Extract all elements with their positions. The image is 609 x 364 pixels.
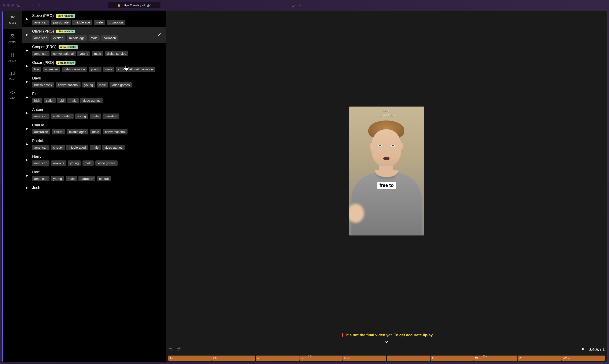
voice-tag: excited	[51, 35, 66, 40]
ultra-realistic-badge: ultra realistic	[56, 14, 75, 18]
voice-tag: video games	[95, 160, 118, 166]
voice-item[interactable]: Harryamericananxiousyoungmalevideo games	[22, 152, 166, 168]
nav-label: Music	[9, 78, 16, 81]
play-icon[interactable]	[25, 127, 29, 131]
check-icon	[157, 32, 161, 38]
voice-tag: middle aged	[66, 145, 88, 150]
address-bar[interactable]: 🔒 https://creatify.ai/ 🔗	[108, 2, 160, 8]
voice-tag: video games	[102, 145, 125, 150]
voice-tag: male	[89, 35, 100, 40]
voice-tag: casual	[52, 129, 65, 134]
voice-item[interactable]: Antoniamericanwell-roundedyoungmalenarra…	[22, 105, 166, 121]
voice-tag: male	[90, 145, 101, 150]
maximize-window-icon[interactable]	[12, 4, 14, 7]
voice-tag: middle age	[72, 20, 92, 25]
app-root: ScriptAvatarAssetsMusicCTA Steve (PRO)ul…	[2, 11, 304, 182]
voice-tag: young	[68, 160, 81, 166]
voice-tag: young	[51, 176, 64, 181]
voice-item[interactable]: Finirishsailoroldmalevideo games	[22, 90, 166, 105]
play-icon[interactable]	[25, 174, 29, 178]
voice-tag: male	[90, 114, 101, 119]
voice-tags: americanconversationalyoungmaledigital s…	[32, 51, 163, 56]
voice-tags: irishsailoroldmalevideo games	[32, 98, 163, 103]
browser-toolbar: 🔒 https://creatify.ai/ 🔗	[0, 0, 304, 11]
voice-item[interactable]: Steve (PRO)ultra realisticamericanpassio…	[22, 12, 166, 27]
ultra-realistic-badge: ultra realistic	[56, 30, 75, 33]
play-icon[interactable]	[25, 17, 29, 21]
voice-tag: american	[32, 114, 50, 119]
voice-tag: well-rounded	[51, 114, 74, 119]
voice-name: Oscar (PRO)	[32, 60, 54, 65]
voice-tag: old	[57, 98, 66, 103]
voice-tag: american	[32, 176, 50, 181]
left-nav: ScriptAvatarAssetsMusicCTA	[2, 11, 22, 182]
voice-tag: male	[90, 129, 101, 134]
url-text: https://creatify.ai/	[123, 4, 145, 7]
voice-tag: australian	[32, 129, 50, 134]
voice-tags: americanpassionatemiddle agemalepromotio…	[32, 20, 163, 25]
share-icon[interactable]: 🔗	[147, 4, 151, 7]
close-window-icon[interactable]	[3, 4, 5, 7]
play-icon[interactable]	[25, 64, 29, 68]
voice-tag: conversational	[51, 51, 76, 56]
play-icon[interactable]	[25, 95, 29, 100]
voice-name: Patrick	[32, 139, 44, 143]
voice-name: Cooper (PRO)	[32, 45, 56, 49]
lock-icon: 🔒	[117, 4, 120, 7]
play-icon[interactable]	[25, 142, 29, 146]
svg-rect-0	[17, 4, 20, 7]
voice-tag: promotion	[106, 20, 125, 25]
voice-tag: young	[82, 82, 95, 88]
voice-tag: narration	[103, 114, 119, 119]
voice-tag: conversational	[103, 129, 128, 134]
nav-assets[interactable]: Assets	[3, 48, 22, 66]
voice-tag: male	[82, 160, 94, 166]
play-icon[interactable]	[25, 48, 29, 53]
voice-list-scroll[interactable]: Steve (PRO)ultra realisticamericanpassio…	[22, 11, 166, 182]
voice-tag: digital service	[105, 51, 128, 56]
new-tab-button[interactable]	[298, 3, 302, 7]
voice-tag: video games	[109, 82, 132, 88]
voice-tag: male	[67, 98, 79, 103]
ultra-realistic-badge: ultra realistic	[59, 45, 78, 49]
voice-tag: neutral	[97, 176, 111, 181]
reload-button[interactable]	[37, 3, 41, 7]
voice-item[interactable]: Oliver (PRO)ultra realisticamericanexcit…	[22, 27, 166, 43]
sidebar-toggle-icon[interactable]	[16, 3, 21, 7]
svg-point-7	[11, 74, 12, 75]
voice-name: Dave	[32, 76, 41, 80]
voice-tags: americanexcitedmiddle agemalenarration	[32, 35, 154, 40]
voice-item[interactable]: Liamamericanyoungmalenarrationneutral	[22, 168, 166, 182]
play-icon[interactable]	[25, 80, 29, 84]
nav-cta[interactable]: CTA	[3, 85, 22, 104]
svg-point-6	[13, 54, 13, 55]
voice-tag: shouty	[51, 145, 65, 150]
voice-item[interactable]: Patrickamericanshoutymiddle agedmalevide…	[22, 137, 166, 152]
voice-tag: male	[97, 82, 108, 88]
voice-tag: anxious	[51, 160, 66, 166]
nav-avatar[interactable]: Avatar	[3, 29, 22, 48]
voice-tag: american	[32, 145, 50, 150]
voice-name: Harry	[32, 154, 41, 159]
nav-music[interactable]: Music	[3, 66, 22, 85]
minimize-window-icon[interactable]	[7, 4, 10, 7]
play-icon[interactable]	[25, 158, 29, 162]
nav-label: CTA	[10, 96, 15, 99]
downloads-icon[interactable]	[291, 3, 295, 7]
voice-item[interactable]: Davebritish-essexconversationalyoungmale…	[22, 74, 166, 90]
voice-tag: male	[66, 176, 77, 181]
voice-item[interactable]: Oscar (PRO)ultra realisticliveamericanca…	[22, 58, 166, 74]
nav-label: Assets	[8, 59, 16, 62]
voice-tags: australiancasualmiddle agedmaleconversat…	[32, 129, 163, 134]
play-icon[interactable]	[25, 33, 29, 37]
voice-tags: british-essexconversationalyoungmalevide…	[32, 82, 163, 88]
back-button[interactable]	[23, 3, 27, 7]
svg-point-8	[13, 74, 14, 75]
voice-item[interactable]: Charlieaustraliancasualmiddle agedmaleco…	[22, 121, 166, 137]
voice-name: Fin	[32, 92, 38, 96]
voice-tag: young	[89, 66, 102, 72]
voice-tag: american	[32, 51, 50, 56]
voice-item[interactable]: Cooper (PRO)ultra realisticamericanconve…	[22, 43, 166, 58]
nav-script[interactable]: Script	[3, 11, 22, 29]
play-icon[interactable]	[25, 111, 29, 115]
